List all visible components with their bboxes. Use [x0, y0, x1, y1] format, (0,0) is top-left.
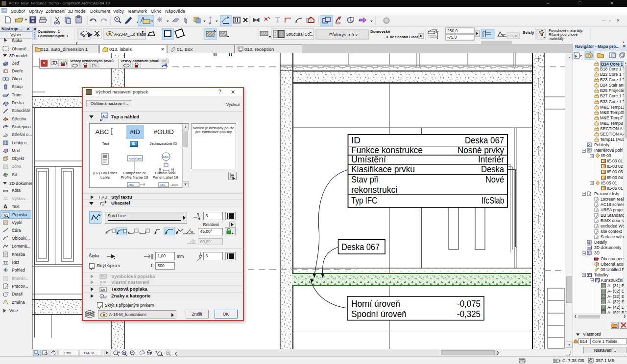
- svg-text:-0,325: -0,325: [457, 309, 481, 319]
- svg-text:Horní úroveň: Horní úroveň: [351, 298, 400, 309]
- svg-text:Nosné prvky: Nosné prvky: [458, 145, 504, 155]
- svg-text:ABC: ABC: [163, 156, 169, 159]
- svg-text:Deska 067: Deska 067: [341, 242, 380, 252]
- svg-text:β: β: [192, 240, 194, 244]
- svg-text:-75,0: -75,0: [447, 35, 457, 40]
- svg-text:A: A: [3, 204, 7, 209]
- svg-text:✕: ✕: [616, 18, 620, 23]
- svg-text:Ab: Ab: [101, 288, 105, 291]
- svg-text:250,0: 250,0: [447, 28, 458, 33]
- svg-text:Umístění: Umístění: [351, 154, 386, 164]
- svg-text:1:50: 1:50: [64, 351, 72, 355]
- svg-text:materiály: materiály: [549, 36, 564, 41]
- svg-text:Domovské: Domovské: [370, 29, 390, 34]
- svg-text:d: d: [588, 241, 590, 244]
- svg-text:Deska: Deska: [481, 164, 504, 174]
- svg-text:Stav při: Stav při: [351, 174, 379, 184]
- svg-text:A1: A1: [102, 114, 108, 118]
- svg-text:Klasifikace prvku: Klasifikace prvku: [351, 164, 415, 174]
- svg-text:3. 02 Second Floor: 3. 02 Second Floor: [386, 35, 418, 39]
- svg-text:Spodní úroveň: Spodní úroveň: [351, 309, 407, 319]
- svg-text:A-23-M_...d slabs: A-23-M_...d slabs: [114, 32, 146, 37]
- svg-text:Půdorys a řez...: Půdorys a řez...: [329, 32, 362, 37]
- svg-text:Deska 067: Deska 067: [465, 135, 504, 145]
- svg-text:ABC: ABC: [160, 183, 165, 186]
- svg-text:90,00°: 90,00°: [508, 34, 520, 38]
- svg-text:rekonstrukci: rekonstrukci: [351, 184, 397, 195]
- svg-text:a: a: [101, 295, 103, 298]
- svg-text:-0,075: -0,075: [457, 298, 481, 309]
- svg-text:Interiér: Interiér: [478, 154, 505, 164]
- svg-text:Typ IFC: Typ IFC: [351, 195, 377, 205]
- svg-text:α: α: [191, 230, 193, 233]
- svg-text:Abcdefghij - ABC: Abcdefghij - ABC: [129, 157, 144, 160]
- svg-text:Structural Co...: Structural Co...: [286, 32, 313, 37]
- svg-text:Nové: Nové: [485, 174, 504, 184]
- svg-text:3D: 3D: [587, 247, 591, 250]
- svg-text:Funkce konstrukce: Funkce konstrukce: [351, 145, 423, 155]
- svg-text:ID: ID: [351, 135, 361, 145]
- svg-text:ΓA: ΓA: [99, 195, 104, 200]
- svg-text:▫: ▫: [609, 18, 610, 23]
- svg-text:ABC: ABC: [128, 183, 134, 186]
- svg-text:Svislý: Svislý: [523, 30, 534, 35]
- svg-text:114 %: 114 %: [83, 351, 94, 355]
- svg-text:+1000: +1000: [170, 183, 179, 186]
- svg-text:IfcSlab: IfcSlab: [482, 195, 504, 205]
- svg-text:—: —: [602, 18, 606, 23]
